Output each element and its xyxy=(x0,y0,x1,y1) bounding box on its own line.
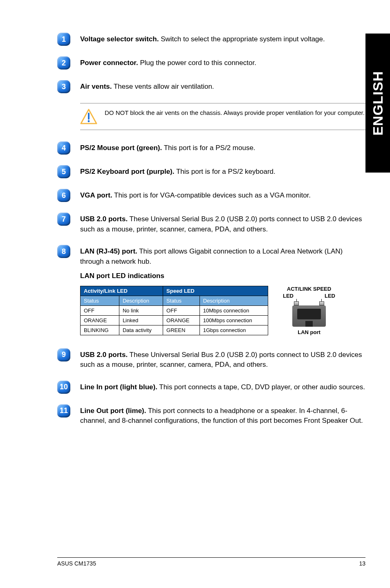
table-row: BLINKING Data activity GREEN 1Gbps conne… xyxy=(81,325,268,335)
list-item: 8 LAN (RJ-45) port. This port allows Gig… xyxy=(57,244,365,267)
item-text: VGA port. This port is for VGA-compatibl… xyxy=(80,188,365,201)
list-item: 10 Line In port (light blue). This port … xyxy=(57,380,365,394)
caution-note: DO NOT block the air vents on the chassi… xyxy=(80,103,365,130)
table-row: ORANGE Linked ORANGE 100Mbps connection xyxy=(81,315,268,325)
list-item: 9 USB 2.0 ports. These Universal Serial … xyxy=(57,348,365,370)
led-label-left: LED xyxy=(283,293,294,299)
table-header-row: Activity/Link LED Speed LED xyxy=(81,286,268,296)
item-text: PS/2 Mouse port (green). This port is fo… xyxy=(80,141,365,153)
caution-text: DO NOT block the air vents on the chassi… xyxy=(105,108,365,117)
list-item: 3 Air vents. These vents allow air venti… xyxy=(57,79,365,93)
language-tab: ENGLISH xyxy=(365,34,390,173)
list-item: 2 Power connector. Plug the power cord t… xyxy=(57,56,365,70)
page-footer: ASUS CM1735 13 xyxy=(57,557,365,567)
number-badge: 3 xyxy=(57,80,70,93)
footer-model: ASUS CM1735 xyxy=(57,560,96,567)
item-text: Air vents. These vents allow air ventila… xyxy=(80,79,365,92)
number-badge: 8 xyxy=(57,245,70,258)
item-text: Line Out port (lime). This port connects… xyxy=(80,404,365,426)
number-badge: 11 xyxy=(57,404,70,417)
number-badge: 1 xyxy=(57,33,70,46)
table-subheader-row: Status Description Status Description xyxy=(81,296,268,305)
item-text: USB 2.0 ports. These Universal Serial Bu… xyxy=(80,348,365,370)
number-badge: 9 xyxy=(57,348,70,361)
number-badge: 10 xyxy=(57,381,70,394)
col-group-speed: Speed LED xyxy=(163,286,268,296)
led-label-right: LED xyxy=(325,293,335,299)
warning-icon xyxy=(80,108,97,125)
number-badge: 6 xyxy=(57,189,70,202)
list-item: 6 VGA port. This port is for VGA-compati… xyxy=(57,188,365,202)
col-group-activity: Activity/Link LED xyxy=(81,286,163,296)
table-row: OFF No link OFF 10Mbps connection xyxy=(81,305,268,315)
list-item: 7 USB 2.0 ports. These Universal Serial … xyxy=(57,212,365,234)
number-badge: 5 xyxy=(57,165,70,178)
list-item: 11 Line Out port (lime). This port conne… xyxy=(57,404,365,426)
port-top-label: ACT/LINK SPEED xyxy=(280,286,338,292)
number-badge: 4 xyxy=(57,141,70,155)
lan-led-heading: LAN port LED indications xyxy=(80,272,365,280)
item-text: LAN (RJ-45) port. This port allows Gigab… xyxy=(80,244,365,267)
rj45-icon xyxy=(291,301,327,327)
item-text: Line In port (light blue). This port con… xyxy=(80,380,365,393)
item-text: Voltage selector switch. Switch to selec… xyxy=(80,32,365,45)
port-caption: LAN port xyxy=(280,329,338,335)
lan-led-table: Activity/Link LED Speed LED Status Descr… xyxy=(80,286,268,335)
list-item: 5 PS/2 Keyboard port (purple). This port… xyxy=(57,164,365,178)
footer-page-number: 13 xyxy=(359,560,365,567)
svg-point-2 xyxy=(88,120,90,122)
item-text: PS/2 Keyboard port (purple). This port i… xyxy=(80,164,365,177)
number-badge: 2 xyxy=(57,56,70,70)
list-item: 1 Voltage selector switch. Switch to sel… xyxy=(57,32,365,46)
item-text: USB 2.0 ports. These Universal Serial Bu… xyxy=(80,212,365,234)
item-text: Power connector. Plug the power cord to … xyxy=(80,56,365,68)
list-item: 4 PS/2 Mouse port (green). This port is … xyxy=(57,141,365,155)
number-badge: 7 xyxy=(57,213,70,226)
lan-port-figure: ACT/LINK SPEED LED LED LAN port xyxy=(280,286,338,335)
language-tab-text: ENGLISH xyxy=(370,71,386,135)
